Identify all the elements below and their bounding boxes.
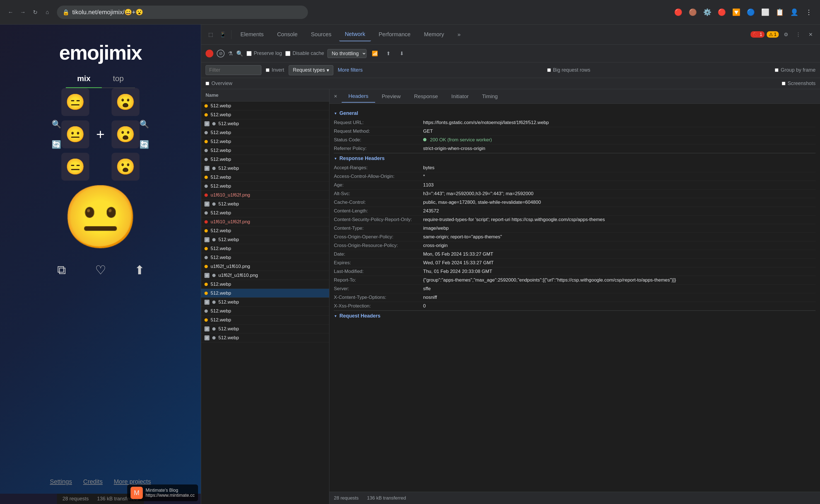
address-bar[interactable]: 🔒 tikolu.net/emojimix/😀+😮 — [57, 6, 308, 19]
extension-icon-1[interactable]: 🔴 — [673, 7, 684, 18]
invert-checkbox[interactable] — [266, 68, 269, 72]
download-icon[interactable]: ⬇ — [396, 49, 406, 59]
extension-icon-3[interactable]: ⚙️ — [702, 7, 713, 18]
request-item[interactable]: ⊘ 512.webp — [201, 324, 329, 333]
search-network-icon[interactable]: 🔍 — [236, 50, 243, 57]
request-item-error[interactable]: u1f610_u1f62f.png — [201, 217, 329, 226]
record-button[interactable] — [205, 50, 213, 57]
detail-tab-response[interactable]: Response — [407, 91, 445, 102]
request-item[interactable]: 512.webp — [201, 253, 329, 262]
back-button[interactable]: ← — [6, 7, 16, 17]
devtools-tab-console[interactable]: Console — [271, 28, 303, 41]
extension-icon-2[interactable]: 🟤 — [687, 7, 698, 18]
extension-icon-7[interactable]: ⬜ — [760, 7, 771, 18]
request-item[interactable]: 512.webp — [201, 101, 329, 110]
request-types-button[interactable]: Request types ▾ — [289, 65, 333, 75]
home-button[interactable]: ⌂ — [42, 7, 52, 17]
request-item[interactable]: ⊘ 512.webp — [201, 200, 329, 209]
copy-button[interactable]: ⧉ — [50, 259, 72, 281]
request-item[interactable]: 512.webp — [201, 137, 329, 146]
devtools-tab-more[interactable]: » — [452, 28, 466, 41]
devtools-tab-elements[interactable]: Elements — [235, 28, 269, 41]
request-item[interactable]: ⊘ u1f62f_u1f610.png — [201, 271, 329, 280]
throttle-select[interactable]: No throttling — [327, 49, 366, 58]
search-left-icon[interactable]: 🔍 — [52, 120, 61, 129]
inspect-element-icon[interactable]: ⬚ — [205, 30, 216, 40]
more-filters-button[interactable]: More filters — [338, 67, 362, 73]
request-item[interactable]: 512.webp — [201, 146, 329, 155]
request-item[interactable]: 512.webp — [201, 280, 329, 289]
request-item[interactable]: ⊘ 512.webp — [201, 298, 329, 307]
general-section-header[interactable]: ▼ General — [334, 108, 816, 118]
tab-mix[interactable]: mix — [66, 70, 101, 88]
detail-tab-timing[interactable]: Timing — [475, 91, 504, 102]
close-detail-button[interactable]: × — [329, 90, 342, 103]
request-item[interactable]: 512.webp — [201, 155, 329, 164]
request-item[interactable]: 512.webp — [201, 226, 329, 235]
menu-icon[interactable]: ⋮ — [803, 7, 814, 18]
close-devtools-icon[interactable]: ✕ — [806, 30, 816, 40]
right-emoji-top[interactable]: 😮 — [112, 88, 139, 116]
request-item[interactable]: ⊘ 512.webp — [201, 164, 329, 173]
device-toolbar-icon[interactable]: 📱 — [218, 30, 228, 40]
screenshots-checkbox[interactable] — [782, 82, 785, 85]
request-item[interactable]: u1f62f_u1f610.png — [201, 262, 329, 271]
request-item[interactable]: ⊘ 512.webp — [201, 333, 329, 342]
filter-input[interactable] — [205, 65, 261, 75]
refresh-button[interactable]: ↻ — [30, 7, 40, 17]
request-item-selected[interactable]: 512.webp — [201, 289, 329, 298]
right-emoji-bot[interactable]: 😮 — [112, 153, 139, 181]
request-item[interactable]: 512.webp — [201, 209, 329, 217]
request-item[interactable]: 512.webp — [201, 244, 329, 253]
request-item[interactable]: 512.webp — [201, 182, 329, 191]
forward-button[interactable]: → — [18, 7, 28, 17]
favorite-button[interactable]: ♡ — [89, 259, 112, 281]
request-item-error[interactable]: u1f610_u1f62f.png — [201, 191, 329, 200]
request-item[interactable]: ⊘ 512.webp — [201, 235, 329, 244]
share-button[interactable]: ⬆ — [128, 259, 151, 281]
profile-icon[interactable]: 👤 — [789, 7, 800, 18]
credits-link[interactable]: Credits — [83, 478, 103, 485]
extension-icon-5[interactable]: 🔽 — [731, 7, 742, 18]
clear-button[interactable]: ⊘ — [217, 50, 224, 57]
tab-top[interactable]: top — [102, 70, 135, 88]
invert-label[interactable]: Invert — [266, 67, 284, 73]
refresh-left-icon[interactable]: 🔄 — [52, 140, 61, 149]
more-options-icon[interactable]: ⋮ — [793, 30, 803, 40]
left-emoji-mid[interactable]: 😐 — [61, 120, 89, 148]
detail-tab-initiator[interactable]: Initiator — [445, 91, 475, 102]
devtools-tab-network[interactable]: Network — [339, 28, 371, 41]
overview-checkbox[interactable] — [205, 82, 209, 85]
extension-icon-8[interactable]: 📋 — [774, 7, 785, 18]
disable-cache-label[interactable]: Disable cache — [285, 50, 324, 56]
request-item[interactable]: 512.webp — [201, 307, 329, 316]
devtools-tab-memory[interactable]: Memory — [419, 28, 450, 41]
preserve-log-checkbox[interactable] — [246, 51, 251, 56]
request-headers-section[interactable]: ▼ Request Headers — [334, 311, 816, 321]
search-right-icon[interactable]: 🔍 — [139, 120, 149, 129]
request-item[interactable]: 512.webp — [201, 128, 329, 137]
detail-tab-preview[interactable]: Preview — [375, 91, 407, 102]
filter-icon[interactable]: ⚗ — [228, 50, 233, 57]
request-item[interactable]: 512.webp — [201, 110, 329, 119]
devtools-tab-performance[interactable]: Performance — [373, 28, 417, 41]
refresh-right-icon[interactable]: 🔄 — [139, 140, 149, 149]
left-emoji-bot[interactable]: 😑 — [61, 153, 89, 181]
detail-tab-headers[interactable]: Headers — [342, 90, 375, 103]
upload-icon[interactable]: ⬆ — [383, 49, 393, 59]
request-item[interactable]: 512.webp — [201, 316, 329, 324]
request-item[interactable]: 512.webp — [201, 173, 329, 182]
devtools-tab-sources[interactable]: Sources — [305, 28, 337, 41]
settings-link[interactable]: Settings — [50, 478, 72, 485]
big-request-rows-checkbox[interactable] — [547, 68, 551, 72]
right-emoji-mid[interactable]: 😮 — [112, 120, 139, 148]
extension-icon-4[interactable]: 🔴 — [716, 7, 727, 18]
request-item[interactable]: ⊘ 512.webp — [201, 119, 329, 128]
settings-icon[interactable]: ⚙ — [781, 30, 791, 40]
online-icon[interactable]: 📶 — [370, 49, 380, 59]
disable-cache-checkbox[interactable] — [285, 51, 290, 56]
extension-icon-6[interactable]: 🔵 — [745, 7, 756, 18]
left-emoji-top[interactable]: 😑 — [61, 88, 89, 116]
response-headers-section[interactable]: ▼ Response Headers — [334, 153, 816, 164]
group-by-frame-checkbox[interactable] — [775, 68, 778, 72]
